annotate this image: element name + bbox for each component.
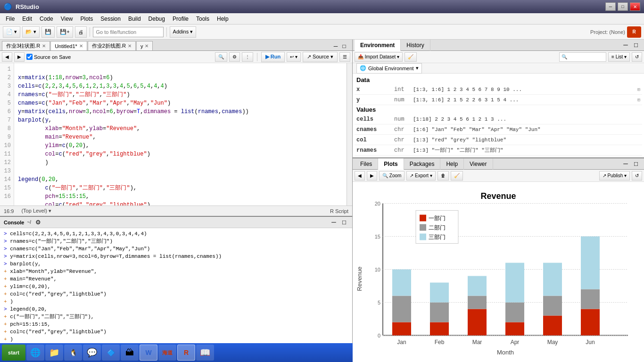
- delete-plot-button[interactable]: 🗑: [438, 171, 449, 181]
- menu-code[interactable]: Code: [36, 15, 57, 23]
- plots-content: Revenue Revenue: [353, 182, 644, 362]
- tab-homework3[interactable]: 作业3柱状图.R ✕: [2, 41, 50, 50]
- menu-session[interactable]: Session: [97, 15, 124, 23]
- console-expand-button[interactable]: □: [340, 218, 348, 227]
- plots-forward-button[interactable]: ▶: [367, 171, 377, 181]
- code-content[interactable]: x=matrix(1:18,nrow=3,ncol=6) cells=c(2,2…: [14, 63, 347, 206]
- console-line: + c("一部门","二部门","三部门"),: [4, 313, 348, 321]
- console-collapse-button[interactable]: ─: [330, 218, 338, 227]
- zoom-button[interactable]: 🔍 Zoom: [379, 171, 405, 181]
- publish-button[interactable]: ↗ Publish ▾: [599, 171, 630, 181]
- menu-profile[interactable]: Profile: [169, 15, 192, 23]
- tab-environment[interactable]: Environment: [355, 40, 401, 51]
- source-button[interactable]: ↗ Source ▾: [303, 52, 338, 62]
- tab-plots[interactable]: Plots: [378, 158, 404, 170]
- print-button[interactable]: 🖨: [75, 26, 87, 38]
- run-button[interactable]: ▶ Run: [261, 52, 285, 62]
- nav-forward-button[interactable]: ▶: [14, 52, 25, 62]
- menu-plots[interactable]: Plots: [77, 15, 97, 23]
- clear-plots-button[interactable]: 🧹: [451, 171, 463, 181]
- export-button[interactable]: ↗ Export ▾: [406, 171, 435, 181]
- menu-build[interactable]: Build: [124, 15, 145, 23]
- rerun-button[interactable]: ↩ ▾: [287, 52, 301, 62]
- plots-refresh-button[interactable]: ↺: [632, 171, 642, 181]
- menu-help[interactable]: Help: [213, 15, 232, 23]
- taskbar-rstudio[interactable]: R: [177, 345, 195, 361]
- minimize-button[interactable]: ─: [605, 2, 616, 11]
- close-button[interactable]: ✕: [630, 2, 640, 11]
- title-bar-left: 🔵 RStudio: [4, 3, 39, 10]
- taskbar-app4[interactable]: 📖: [196, 345, 214, 361]
- plots-expand-button[interactable]: □: [632, 160, 640, 168]
- menu-debug[interactable]: Debug: [145, 15, 169, 23]
- menu-view[interactable]: View: [57, 15, 77, 23]
- tab-history[interactable]: History: [401, 40, 430, 51]
- search-button[interactable]: 🔍: [215, 52, 227, 62]
- mar-label: Mar: [472, 339, 482, 346]
- plots-collapse-button[interactable]: ─: [621, 160, 630, 168]
- refresh-button[interactable]: ↺: [632, 52, 642, 62]
- menu-edit[interactable]: Edit: [18, 15, 36, 23]
- options-button[interactable]: ☰: [339, 52, 350, 62]
- tab-packages[interactable]: Packages: [404, 158, 441, 170]
- tab-files[interactable]: Files: [355, 158, 378, 170]
- open-file-button[interactable]: 📂 ▾: [22, 26, 40, 38]
- env-row-y[interactable]: y num [1:3, 1:6] 2 1 5 2 2 6 3 1 5 4 ...…: [355, 95, 642, 105]
- tab-untitled1-close[interactable]: ✕: [79, 43, 83, 49]
- env-row-cnames[interactable]: cnames chr [1:6] "Jan" "Feb" "Mar" "Apr"…: [355, 124, 642, 135]
- list-view-button[interactable]: ≡ List ▾: [608, 52, 630, 62]
- tab-viewer[interactable]: Viewer: [464, 158, 493, 170]
- tab-y-close[interactable]: ✕: [145, 43, 149, 49]
- menu-file[interactable]: File: [2, 15, 18, 23]
- maximize-button[interactable]: □: [618, 2, 628, 11]
- start-button[interactable]: start: [2, 345, 25, 361]
- import-dataset-button[interactable]: 📥 Import Dataset ▾: [355, 52, 403, 62]
- taskbar-app3[interactable]: 海道: [158, 345, 176, 361]
- env-expand-button[interactable]: □: [632, 41, 640, 49]
- global-env-selector[interactable]: 🌐 Global Environment ▾: [356, 63, 422, 74]
- global-env-arrow: ▾: [416, 65, 419, 71]
- editor-scrollbar[interactable]: [347, 63, 352, 206]
- env-name-rnames: rnames: [356, 147, 394, 154]
- source-on-save-checkbox[interactable]: [26, 54, 33, 60]
- taskbar-explorer[interactable]: 📁: [45, 345, 63, 361]
- title-bar-controls[interactable]: ─ □ ✕: [605, 2, 640, 11]
- env-search-input[interactable]: [559, 52, 606, 62]
- env-row-col[interactable]: col chr [1:3] "red" "grey" "lightblue": [355, 135, 642, 145]
- save-button[interactable]: 💾: [41, 26, 55, 38]
- taskbar-app2[interactable]: 🏔: [121, 345, 139, 361]
- goto-file-input[interactable]: [93, 27, 164, 37]
- tab-untitled1[interactable]: Untitled1* ✕: [50, 41, 87, 50]
- tab-y[interactable]: y ✕: [136, 41, 153, 50]
- new-file-button[interactable]: 📄 ▾: [3, 26, 20, 38]
- tab-help[interactable]: Help: [440, 158, 464, 170]
- more-options-button[interactable]: ⋮: [242, 52, 253, 62]
- tab-homework2-close[interactable]: ✕: [128, 43, 132, 49]
- apr-blue-bar: [505, 263, 524, 303]
- taskbar-word[interactable]: W: [140, 345, 157, 361]
- taskbar-qq[interactable]: 🐧: [64, 345, 82, 361]
- clear-env-button[interactable]: 🧹: [405, 52, 417, 62]
- expand-editor-button[interactable]: □: [340, 42, 348, 50]
- console-options-button[interactable]: ⚙: [34, 218, 42, 227]
- env-collapse-button[interactable]: ─: [621, 41, 630, 49]
- code-options-button[interactable]: ⚙: [229, 52, 240, 62]
- main-area: 作业3柱状图.R ✕ Untitled1* ✕ 作业2折线图.R ✕ y ✕ ─…: [0, 40, 644, 343]
- taskbar-wechat[interactable]: 💬: [83, 345, 101, 361]
- nav-back-button[interactable]: ◀: [2, 52, 12, 62]
- addins-button[interactable]: Addins ▾: [170, 26, 197, 38]
- menu-tools[interactable]: Tools: [192, 15, 213, 23]
- taskbar-browser[interactable]: 🌐: [26, 345, 44, 361]
- console-title: Console: [4, 220, 24, 225]
- plots-back-button[interactable]: ◀: [355, 171, 365, 181]
- tab-homework2[interactable]: 作业2折线图.R ✕: [88, 41, 136, 50]
- env-content: Data x int [1:3, 1:6] 1 2 3 4 5 6 7 8 9 …: [353, 74, 644, 157]
- env-row-rnames[interactable]: rnames chr [1:3] "一部门" "二部门" "三部门": [355, 145, 642, 156]
- env-row-cells[interactable]: cells num [1:18] 2 2 3 4 5 6 1 2 1 3 ...: [355, 114, 642, 124]
- env-row-x[interactable]: x int [1:3, 1:6] 1 2 3 4 5 6 7 8 9 10 ..…: [355, 84, 642, 95]
- taskbar-app1[interactable]: 🔷: [102, 345, 120, 361]
- collapse-editor-button[interactable]: ─: [331, 42, 340, 50]
- save-all-button[interactable]: 💾+: [57, 26, 73, 38]
- tab-homework3-close[interactable]: ✕: [42, 43, 46, 49]
- console-content[interactable]: > cells=c(2,2,3,4,5,0,1,2,1,3,3,4,3,0,3,…: [0, 228, 352, 343]
